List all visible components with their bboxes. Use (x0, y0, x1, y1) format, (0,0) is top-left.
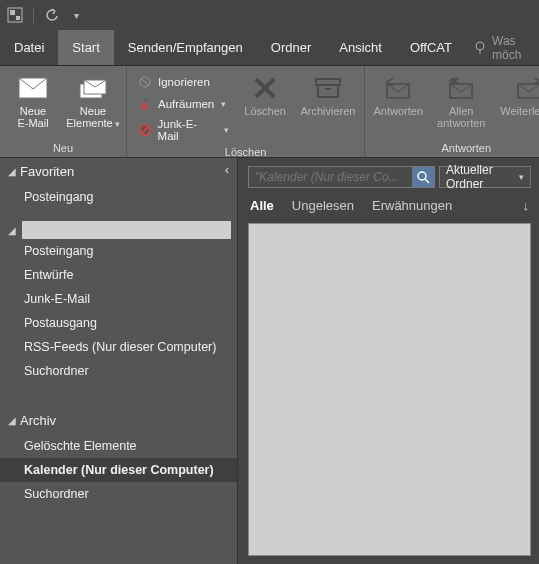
qat-separator (33, 7, 34, 23)
lightbulb-icon (474, 41, 486, 55)
neue-email-button[interactable]: Neue E-Mail (6, 70, 60, 129)
junk-label: Junk-E-Mail (158, 118, 217, 142)
aufraeumen-button[interactable]: Aufräumen ▾ (133, 94, 233, 114)
neue-elemente-label: Neue Elemente▾ (66, 105, 119, 130)
folder-kalender[interactable]: Kalender (Nur dieser Computer) (0, 458, 237, 482)
new-items-icon (77, 74, 109, 102)
svg-rect-2 (16, 16, 20, 20)
reply-all-icon (445, 74, 477, 102)
folder-pane: ◢ Favoriten ‹ Posteingang ◢ Posteingang … (0, 158, 238, 564)
loeschen-label: Löschen (244, 105, 286, 117)
folder-rss[interactable]: RSS-Feeds (Nur dieser Computer) (0, 335, 237, 359)
filter-erwaehnungen[interactable]: Erwähnungen (372, 198, 452, 213)
folder-suchordner[interactable]: Suchordner (0, 359, 237, 383)
search-row: Aktueller Ordner ▾ (248, 166, 531, 188)
group-label-neu: Neu (6, 140, 120, 157)
svg-rect-1 (10, 10, 15, 15)
ignore-icon (137, 74, 153, 90)
search-icon (416, 170, 430, 184)
svg-line-10 (144, 98, 147, 101)
chevron-down-icon: ▾ (519, 172, 524, 182)
ribbon: Neue E-Mail Neue Elemente▾ Neu Ignoriere… (0, 66, 539, 158)
weiterleiten-label: Weiterleiten (500, 105, 539, 117)
ribbon-tabs: Datei Start Senden/Empfangen Ordner Ansi… (0, 30, 539, 66)
main-area: ◢ Favoriten ‹ Posteingang ◢ Posteingang … (0, 158, 539, 564)
folder-geloescht[interactable]: Gelöschte Elemente (0, 434, 237, 458)
tab-senden-empfangen[interactable]: Senden/Empfangen (114, 30, 257, 65)
caret-down-icon: ◢ (8, 225, 16, 236)
ribbon-group-neu: Neue E-Mail Neue Elemente▾ Neu (0, 66, 127, 157)
undo-icon[interactable] (43, 6, 61, 24)
search-scope-dropdown[interactable]: Aktueller Ordner ▾ (439, 166, 531, 188)
neue-email-label: Neue E-Mail (17, 105, 48, 129)
qat-customize-icon[interactable]: ▾ (67, 6, 85, 24)
weiterleiten-button[interactable]: Weiterleiten (497, 70, 539, 117)
forward-icon (513, 74, 539, 102)
app-icon (6, 6, 24, 24)
collapse-pane-icon[interactable]: ‹ (225, 162, 229, 177)
archivieren-button[interactable]: Archivieren (298, 70, 359, 117)
filter-row: Alle Ungelesen Erwähnungen ↓ (248, 194, 531, 217)
caret-down-icon: ◢ (8, 166, 16, 177)
antworten-label: Antworten (374, 105, 424, 117)
favoriten-label: Favoriten (20, 164, 74, 179)
folder-archiv-suchordner[interactable]: Suchordner (0, 482, 237, 506)
mail-icon (17, 74, 49, 102)
svg-point-22 (418, 172, 426, 180)
sort-button[interactable]: ↓ (523, 198, 530, 213)
loeschen-button[interactable]: Löschen (239, 70, 292, 117)
aufraeumen-label: Aufräumen (158, 98, 214, 110)
account-name-redacted (22, 221, 231, 239)
tab-datei[interactable]: Datei (0, 30, 58, 65)
filter-alle[interactable]: Alle (250, 198, 274, 213)
folder-junk[interactable]: Junk-E-Mail (0, 287, 237, 311)
ribbon-group-loeschen: Ignorieren Aufräumen ▾ Junk-E-Mail ▾ Lös… (127, 66, 365, 157)
account-header[interactable]: ◢ (0, 221, 237, 239)
search-go-button[interactable] (412, 167, 434, 187)
junk-icon (137, 122, 153, 138)
caret-down-icon: ◢ (8, 415, 16, 426)
ribbon-group-antworten: Antworten Allen antworten Weiterleiten A… (365, 66, 539, 157)
archive-icon (312, 74, 344, 102)
tab-ordner[interactable]: Ordner (257, 30, 325, 65)
fav-posteingang[interactable]: Posteingang (0, 185, 237, 209)
svg-point-3 (476, 42, 484, 50)
delete-x-icon (249, 74, 281, 102)
tab-start[interactable]: Start (58, 30, 113, 65)
search-scope-label: Aktueller Ordner (446, 163, 511, 191)
title-bar: ▾ (0, 0, 539, 30)
message-list[interactable] (248, 223, 531, 556)
archiv-label: Archiv (20, 413, 56, 428)
tab-offcat[interactable]: OffCAT (396, 30, 466, 65)
allen-antworten-button[interactable]: Allen antworten (431, 70, 491, 129)
svg-rect-17 (318, 85, 338, 97)
favoriten-header[interactable]: ◢ Favoriten ‹ (0, 158, 237, 185)
folder-posteingang[interactable]: Posteingang (0, 239, 237, 263)
folder-postausgang[interactable]: Postausgang (0, 311, 237, 335)
neue-elemente-button[interactable]: Neue Elemente▾ (66, 70, 120, 130)
antworten-button[interactable]: Antworten (371, 70, 425, 117)
content-pane: Aktueller Ordner ▾ Alle Ungelesen Erwähn… (238, 158, 539, 564)
chevron-down-icon: ▾ (221, 99, 226, 109)
junk-button[interactable]: Junk-E-Mail ▾ (133, 116, 233, 144)
filter-ungelesen[interactable]: Ungelesen (292, 198, 354, 213)
ignorieren-label: Ignorieren (158, 76, 210, 88)
ignorieren-button[interactable]: Ignorieren (133, 72, 233, 92)
search-input[interactable] (249, 170, 412, 184)
reply-icon (382, 74, 414, 102)
group-label-antworten: Antworten (371, 140, 539, 157)
search-box[interactable] (248, 166, 435, 188)
svg-line-9 (141, 78, 149, 86)
folder-entwuerfe[interactable]: Entwürfe (0, 263, 237, 287)
tell-me-text: Was möch (492, 34, 531, 62)
svg-line-23 (425, 179, 429, 183)
chevron-down-icon: ▾ (224, 125, 229, 135)
archiv-header[interactable]: ◢ Archiv (0, 407, 237, 434)
tab-ansicht[interactable]: Ansicht (325, 30, 396, 65)
allen-antworten-label: Allen antworten (437, 105, 485, 129)
cleanup-icon (137, 96, 153, 112)
tell-me[interactable]: Was möch (466, 30, 539, 65)
archivieren-label: Archivieren (300, 105, 355, 117)
